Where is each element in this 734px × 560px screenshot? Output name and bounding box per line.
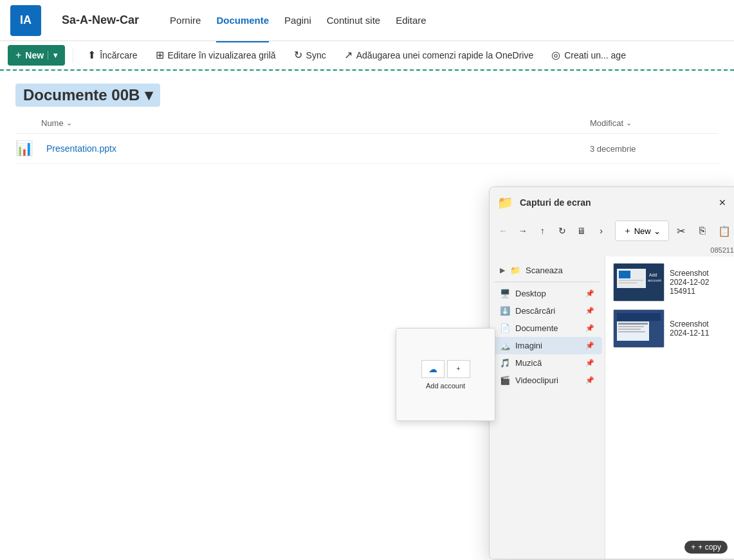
svg-rect-10	[618, 323, 648, 325]
pin-icon-videoclipuri: 📌	[585, 376, 594, 384]
copy-label: + copy	[698, 543, 721, 552]
svg-rect-13	[618, 331, 645, 332]
nav-bar: Pornire Documente Pagini Continut site E…	[170, 12, 724, 28]
screenshot1-info: Screenshot2024-12-02154911	[670, 269, 731, 296]
new-button-label: New	[25, 50, 44, 60]
pin-icon-descarcari: 📌	[585, 307, 594, 315]
folder-icon: 📁	[510, 266, 520, 275]
images-icon: 🏔️	[500, 341, 510, 350]
pin-icon-desktop: 📌	[585, 289, 594, 298]
sort-modified-icon: ⌄	[626, 119, 632, 127]
explorer-content: ▶ 📁 Scaneaza 🖥️ Desktop 📌 ⬇️ Descărcări …	[490, 257, 734, 559]
cloud-icon: ☁	[428, 364, 437, 374]
sidebar-label-scaneaza: Scaneaza	[526, 266, 563, 275]
svg-rect-3	[619, 280, 643, 281]
table-row[interactable]: 📊 Presentation.pptx 3 decembrie	[15, 134, 719, 164]
file-modified-cell: 3 decembrie	[590, 144, 719, 154]
explorer-window: 📁 Capturi de ecran ✕ ← → ↑ ↻ 🖥 › ＋ New ⌄…	[489, 186, 734, 559]
sync-icon: ↻	[294, 49, 302, 61]
sidebar-item-scaneaza[interactable]: ▶ 📁 Scaneaza	[492, 262, 602, 279]
sidebar-item-imagini[interactable]: 🏔️ Imagini 📌	[492, 337, 602, 354]
agent-icon: ◎	[551, 49, 560, 61]
svg-rect-11	[618, 326, 644, 327]
separator	[73, 48, 73, 63]
upload-icon: ⬆	[87, 49, 96, 61]
drag-preview-content: ☁ + Add account	[396, 329, 495, 420]
sidebar-label-videoclipuri: Videoclipuri	[515, 375, 558, 385]
nav-continut-site[interactable]: Continut site	[327, 12, 380, 28]
create-agent-button[interactable]: ◎ Creati un... age	[545, 45, 632, 66]
explorer-close-button[interactable]: ✕	[713, 194, 731, 212]
back-button[interactable]: ←	[495, 221, 511, 241]
music-icon: 🎵	[500, 358, 510, 368]
file-list: Nume ⌄ Modificat ⌄ 📊 Presentation.pptx 3…	[0, 113, 734, 164]
paste-button[interactable]: 📋	[715, 221, 734, 241]
file-type-icon: 📊	[15, 140, 41, 157]
onedrive-icon: ↗	[344, 49, 353, 61]
sync-button[interactable]: ↻ Sync	[288, 45, 333, 66]
cut-button[interactable]: ✂	[672, 221, 691, 241]
app-logo: IA	[10, 5, 41, 36]
svg-rect-4	[619, 282, 637, 284]
sidebar-item-documente[interactable]: 📄 Documente 📌	[492, 320, 602, 337]
explorer-toolbar: ← → ↑ ↻ 🖥 › ＋ New ⌄ ✂ ⎘ 📋	[490, 218, 734, 244]
pin-icon-muzica: 📌	[585, 359, 594, 367]
screenshot2-name: Screenshot2024-12-11	[670, 320, 731, 338]
add-onedrive-label: Adăugarea unei comenzi rapide la OneDriv…	[356, 50, 534, 60]
edit-grid-label: Editare în vizualizarea grilă	[168, 50, 276, 60]
breadcrumb[interactable]: Documente 00B ▾	[15, 84, 160, 107]
desktop-icon: 🖥️	[500, 289, 510, 298]
drag-preview-label: Add account	[426, 382, 465, 390]
screenshot1-thumb: Add account	[613, 263, 665, 302]
up-button[interactable]: ↑	[534, 221, 551, 241]
plus-new-icon: ＋	[623, 225, 632, 237]
sidebar-item-muzica[interactable]: 🎵 Muzică 📌	[492, 354, 602, 372]
top-header: IA Sa-A-New-Car Pornire Documente Pagini…	[0, 0, 734, 41]
chevron-right-icon: ▶	[500, 266, 505, 275]
sidebar-label-documente: Documente	[515, 323, 558, 333]
nav-editare[interactable]: Editare	[396, 12, 427, 28]
sidebar-item-descarcari[interactable]: ⬇️ Descărcări 📌	[492, 302, 602, 320]
nav-pagini[interactable]: Pagini	[284, 12, 311, 28]
explorer-sidebar: ▶ 📁 Scaneaza 🖥️ Desktop 📌 ⬇️ Descărcări …	[490, 257, 605, 559]
screenshot2-info: Screenshot2024-12-11	[670, 320, 731, 338]
explorer-new-label: New	[634, 226, 651, 236]
svg-rect-2	[619, 271, 630, 278]
sidebar-item-videoclipuri[interactable]: 🎬 Videoclipuri 📌	[492, 372, 602, 389]
add-account-icon: +	[457, 365, 461, 372]
upload-button[interactable]: ⬆ Încărcare	[81, 45, 143, 66]
drag-preview: ☁ + Add account	[396, 328, 495, 421]
refresh-button[interactable]: ↻	[553, 221, 570, 241]
name-col-header[interactable]: Nume ⌄	[41, 118, 590, 128]
svg-rect-12	[618, 329, 641, 330]
file-name-cell[interactable]: Presentation.pptx	[41, 143, 590, 154]
sort-name-icon: ⌄	[66, 119, 72, 127]
command-bar: + New ▾ ⬆ Încărcare ⊞ Editare în vizuali…	[0, 41, 734, 69]
copy-plus-icon: +	[691, 543, 695, 552]
new-button[interactable]: + New ▾	[8, 45, 65, 66]
copy-button[interactable]: ⎘	[693, 221, 713, 241]
sidebar-label-muzica: Muzică	[515, 358, 542, 368]
pin-icon-documente: 📌	[585, 324, 594, 332]
breadcrumb-area: Documente 00B ▾	[0, 71, 734, 113]
forward-button[interactable]: →	[514, 221, 531, 241]
svg-text:account: account	[648, 278, 661, 282]
nav-pornire[interactable]: Pornire	[170, 12, 201, 28]
edit-grid-button[interactable]: ⊞ Editare în vizualizarea grilă	[149, 45, 282, 66]
svg-rect-8	[617, 313, 661, 321]
site-name: Sa-A-New-Car	[62, 14, 139, 27]
sidebar-item-desktop[interactable]: 🖥️ Desktop 📌	[492, 285, 602, 302]
explorer-main: Add account Screenshot2024-12-02154911	[605, 257, 734, 559]
create-agent-label: Creati un... age	[564, 50, 626, 60]
documents-icon: 📄	[500, 323, 510, 333]
add-onedrive-button[interactable]: ↗ Adăugarea unei comenzi rapide la OneDr…	[338, 45, 540, 66]
modified-col-header[interactable]: Modificat ⌄	[590, 118, 719, 128]
nav-documente[interactable]: Documente	[216, 12, 269, 28]
chevron-down-icon: ▾	[48, 51, 57, 60]
screenshot1-item[interactable]: Add account Screenshot2024-12-02154911	[605, 259, 734, 305]
sidebar-label-descarcari: Descărcări	[515, 306, 555, 316]
copy-badge: + + copy	[684, 541, 728, 554]
explorer-new-button[interactable]: ＋ New ⌄	[615, 221, 669, 241]
screenshot2-item[interactable]: Screenshot2024-12-11	[605, 305, 734, 352]
expand-button[interactable]: ›	[592, 221, 609, 241]
